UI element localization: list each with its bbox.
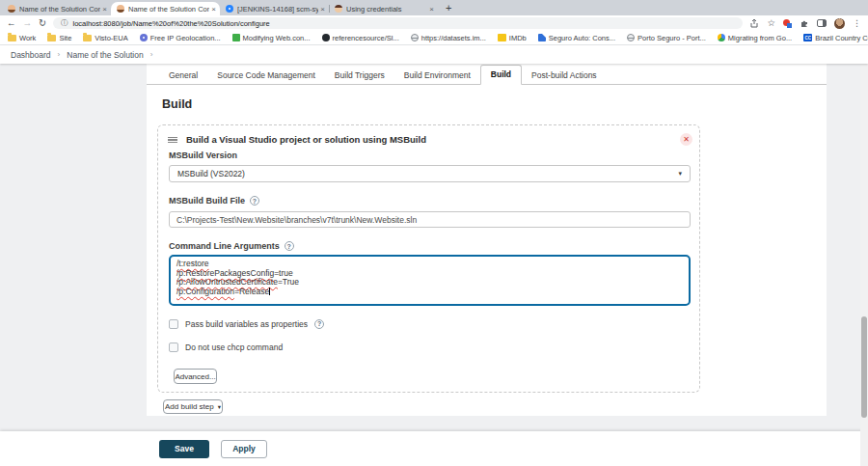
chevron-down-icon: ▾	[678, 170, 682, 178]
command-line-label-text: Command Line Arguments	[169, 241, 280, 251]
misspelled-token: /p:AllowUntrustedCertificate	[176, 277, 278, 287]
adblock-extension-icon[interactable]	[783, 19, 792, 28]
add-build-step-label: Add build step	[165, 402, 214, 411]
site-info-icon[interactable]: ⓘ	[61, 19, 68, 27]
bookmark-item[interactable]: referencesource/Sl...	[322, 34, 399, 42]
bookmark-label: Seguro Auto: Cons...	[549, 34, 615, 42]
config-tab-build-environment[interactable]: Build Environment	[394, 67, 480, 85]
breadcrumb: Dashboard›Name of the Solution›	[0, 45, 868, 64]
blue-doc-icon	[538, 34, 546, 41]
globe-icon	[627, 34, 635, 41]
help-icon[interactable]: ?	[314, 319, 324, 329]
bookmark-label: Modifying Web.con...	[243, 34, 311, 42]
browser-tab[interactable]: Name of the Solution Config [Je×	[2, 2, 111, 15]
browser-menu-icon[interactable]: ⋮	[853, 18, 861, 28]
new-tab-button[interactable]: +	[446, 3, 451, 14]
misspelled-token: /p:Configuration	[176, 287, 234, 296]
scrollbar-thumb[interactable]	[861, 316, 867, 418]
help-icon[interactable]: ?	[285, 241, 294, 251]
browser-tab[interactable]: [JENKINS-14168] scm-sync-com×	[220, 2, 329, 15]
build-file-label-text: MSBuild Build File	[169, 196, 245, 206]
bookmark-item[interactable]: IMDb	[498, 34, 527, 42]
cc-icon: CC	[803, 34, 812, 41]
checkbox[interactable]	[169, 343, 178, 352]
bookmark-label: Porto Seguro - Port...	[637, 34, 706, 42]
config-tab-build[interactable]: Build	[480, 65, 522, 85]
bookmark-item[interactable]: CCBrazil Country Code...	[803, 34, 868, 42]
breadcrumb-item[interactable]: Dashboard	[11, 50, 51, 60]
text-cursor	[269, 288, 270, 295]
bookmark-item[interactable]: Work	[8, 34, 36, 42]
profile-avatar[interactable]	[834, 18, 845, 29]
bookmark-item[interactable]: Migrating from Go...	[718, 34, 792, 42]
green-doc-icon	[232, 34, 240, 41]
tab-close-icon[interactable]: ×	[429, 5, 434, 14]
bookmark-label: Work	[19, 34, 36, 42]
bookmark-item[interactable]: Modifying Web.con...	[232, 34, 311, 42]
help-icon[interactable]: ?	[250, 196, 259, 206]
bookmark-label: Migrating from Go...	[728, 34, 792, 42]
build-file-label: MSBuild Build File ?	[169, 196, 259, 206]
chevron-right-icon: ›	[58, 50, 61, 59]
bookmark-item[interactable]: Porto Seguro - Port...	[627, 34, 706, 42]
argument-value: =True	[278, 277, 299, 287]
config-tab-source-code-management[interactable]: Source Code Management	[207, 67, 325, 85]
bookmark-item[interactable]: Site	[47, 34, 71, 42]
save-button[interactable]: Save	[159, 440, 209, 458]
bookmark-item[interactable]: Free IP Geolocation...	[140, 34, 221, 42]
drag-handle-icon[interactable]	[168, 137, 177, 143]
checkbox[interactable]	[169, 319, 178, 329]
advanced-button[interactable]: Advanced...	[174, 369, 217, 384]
drive-icon	[718, 34, 725, 41]
geo-icon	[140, 34, 148, 41]
forward-icon[interactable]: →	[23, 18, 33, 28]
tab-close-icon[interactable]: ×	[211, 5, 216, 14]
checkbox-label: Do not use chcp command	[185, 343, 283, 352]
bookmarks-bar: WorkSiteVisto-EUAFree IP Geolocation...M…	[0, 31, 868, 45]
bookmark-label: referencesource/Sl...	[333, 34, 399, 42]
command-line-textarea[interactable]: /t:restore/p:RestorePackagesConfig=true/…	[169, 255, 691, 306]
breadcrumb-item[interactable]: Name of the Solution	[67, 50, 143, 60]
bookmark-item[interactable]: Visto-EUA	[83, 34, 127, 42]
tab-title: [JENKINS-14168] scm-sync-com	[237, 5, 318, 14]
chevron-down-icon: ▾	[218, 403, 221, 411]
bookmark-star-icon[interactable]: ☆	[767, 18, 775, 28]
build-step-card: Build a Visual Studio project or solutio…	[157, 124, 700, 393]
page-scrollbar[interactable]	[860, 45, 868, 466]
extensions-puzzle-icon[interactable]	[800, 18, 809, 28]
misspelled-token: /t:restore	[176, 259, 209, 268]
back-icon[interactable]: ←	[7, 18, 16, 28]
tab-close-icon[interactable]: ×	[102, 5, 107, 14]
checkbox-group: Pass build variables as properties?Do no…	[169, 318, 324, 365]
config-tab-build-triggers[interactable]: Build Triggers	[325, 67, 394, 85]
command-line-row: /p:Configuration=Release	[176, 288, 683, 297]
config-tab-general[interactable]: General	[159, 67, 207, 85]
config-tab-post-build-actions[interactable]: Post-build Actions	[522, 67, 607, 85]
browser-tab[interactable]: Name of the Solution Config [Je×	[111, 2, 220, 15]
delete-step-icon[interactable]: ✕	[680, 133, 692, 146]
share-icon[interactable]	[749, 18, 759, 28]
build-file-input[interactable]: C:\Projects-Test\New.Website\branches\v7…	[169, 211, 691, 228]
tab-title: Using credentials	[346, 5, 427, 14]
browser-tab[interactable]: Using credentials×	[329, 2, 438, 15]
folder-icon	[8, 35, 16, 41]
add-build-step-button[interactable]: Add build step ▾	[163, 399, 223, 414]
globe-icon	[411, 34, 419, 41]
apply-button[interactable]: Apply	[221, 440, 267, 458]
side-panel-icon[interactable]	[817, 19, 827, 27]
github-icon	[322, 34, 330, 41]
tab-strip-tabs: Name of the Solution Config [Je×Name of …	[2, 2, 438, 15]
bottom-app-bar: Save Apply	[0, 431, 868, 466]
browser-toolbar: ← → ↻ ⓘ localhost:8080/job/Name%20of%20t…	[0, 15, 868, 31]
checkbox-row: Pass build variables as properties?	[169, 318, 324, 329]
bookmark-item[interactable]: Seguro Auto: Cons...	[538, 34, 615, 42]
msbuild-version-select[interactable]: MSBuild (VS2022) ▾	[169, 165, 691, 182]
bookmark-label: IMDb	[509, 34, 527, 42]
reload-icon[interactable]: ↻	[39, 18, 46, 28]
jira-favicon	[226, 5, 233, 13]
bookmark-item[interactable]: https://datasets.im...	[411, 34, 486, 42]
address-bar[interactable]: ⓘ localhost:8080/job/Name%20of%20the%20S…	[53, 17, 744, 29]
tab-close-icon[interactable]: ×	[320, 5, 325, 14]
build-step-title: Build a Visual Studio project or solutio…	[186, 134, 426, 145]
url-text[interactable]: localhost:8080/job/Name%20of%20the%20Sol…	[72, 19, 269, 28]
